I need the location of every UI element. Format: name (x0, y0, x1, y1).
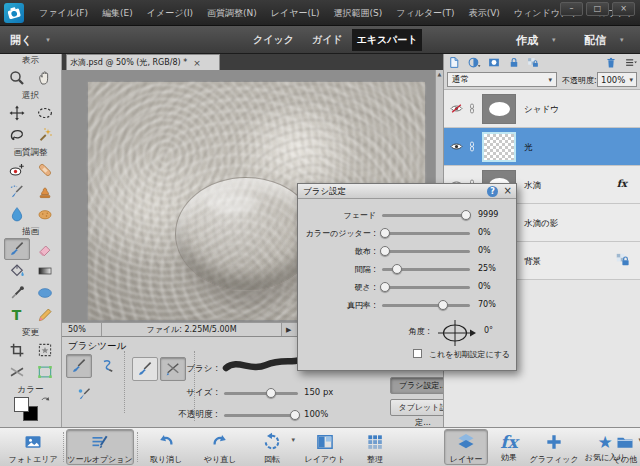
blur-tool[interactable] (4, 203, 30, 225)
hardness-knob[interactable] (380, 282, 390, 292)
create-menu-button[interactable]: 作成 ▾ (516, 26, 556, 54)
fade-slider[interactable] (382, 214, 470, 217)
graphics-button[interactable]: グラフィック (528, 429, 580, 465)
tab-expert-active[interactable]: エキスパート (352, 29, 422, 51)
status-expand-icon[interactable]: ▶ (282, 326, 291, 334)
hue-jitter-knob[interactable] (380, 228, 390, 238)
red-eye-tool[interactable] (4, 159, 30, 181)
new-layer-button[interactable] (444, 55, 464, 70)
menu-filter[interactable]: フィルター(T) (389, 7, 461, 20)
lasso-tool[interactable] (4, 124, 30, 146)
maximize-button[interactable]: □ (586, 2, 609, 16)
zoom-level[interactable]: 50% (62, 323, 102, 337)
menu-view[interactable]: 表示(V) (462, 7, 507, 20)
link-icon[interactable] (466, 139, 478, 154)
brush-tool-selected[interactable] (4, 238, 30, 260)
menu-edit[interactable]: 編集(E) (95, 7, 140, 20)
share-menu-button[interactable]: 配信 ▾ (584, 26, 624, 54)
opacity-slider-knob[interactable] (290, 410, 300, 420)
layer-thumbnail[interactable] (482, 132, 516, 162)
rotate-button[interactable]: 回転 ▾ (250, 429, 294, 465)
help-icon[interactable]: ? (487, 186, 498, 197)
layer-name[interactable]: シャドウ (524, 104, 559, 116)
close-button[interactable]: × (612, 2, 635, 16)
spacing-slider[interactable] (382, 268, 470, 271)
opacity-slider[interactable] (224, 414, 298, 417)
hardness-slider[interactable] (382, 286, 470, 289)
marquee-tool[interactable] (32, 102, 58, 124)
type-tool[interactable]: T (4, 304, 30, 326)
tool-options-button[interactable]: ツールオプション (66, 429, 134, 465)
brush-mode-button[interactable] (132, 357, 158, 381)
pencil-tool[interactable] (32, 304, 58, 326)
brush-settings-dialog[interactable]: ブラシ設定 ? × フェード 9999 カラーのジッター : 0% 散布 : 0… (297, 183, 517, 371)
menu-image[interactable]: イメージ(I) (140, 7, 200, 20)
scroll-up-icon[interactable]: ▲ (438, 71, 442, 77)
lock-all-button[interactable] (504, 55, 524, 70)
crop-tool[interactable] (4, 339, 30, 361)
layer-name[interactable]: 水滴の影 (524, 218, 558, 230)
recompose-tool[interactable] (32, 361, 58, 383)
layout-button[interactable]: レイアウト (300, 429, 350, 465)
menu-file[interactable]: ファイル(F) (32, 7, 95, 20)
eraser-tool[interactable] (32, 238, 58, 260)
undo-button[interactable]: 取り消し (142, 429, 190, 465)
more-button[interactable]: その他 ▾ (608, 429, 640, 465)
organize-button[interactable]: 整理 (356, 429, 394, 465)
eyedropper-tool[interactable] (4, 282, 30, 304)
fade-knob[interactable] (461, 210, 471, 220)
photo-bin-button[interactable]: フォトエリア (6, 429, 60, 465)
scatter-slider[interactable] (382, 250, 470, 253)
paint-bucket-tool[interactable] (4, 260, 30, 282)
move-tool[interactable] (4, 102, 30, 124)
tab-quick[interactable]: クイック (253, 26, 294, 54)
hand-tool[interactable] (32, 67, 58, 89)
layer-row-shadow[interactable]: シャドウ (444, 90, 640, 128)
healing-brush-tool[interactable] (32, 159, 58, 181)
foreground-color-swatch[interactable] (14, 397, 29, 412)
layer-fx-badge[interactable]: fx (617, 178, 627, 189)
visibility-on-icon[interactable] (448, 140, 465, 153)
redo-button[interactable]: やり直し (196, 429, 244, 465)
spacing-knob[interactable] (392, 264, 402, 274)
document-tab[interactable]: 水滴.psd @ 50% (光, RGB/8) * × (66, 54, 220, 70)
straighten-tool[interactable] (4, 361, 30, 383)
impressionist-brush-button[interactable] (94, 354, 120, 378)
tab-guided[interactable]: ガイド (312, 26, 343, 54)
visibility-off-icon[interactable] (448, 102, 465, 115)
sponge-tool[interactable] (32, 203, 58, 225)
menu-enhance[interactable]: 画質調整(N) (200, 7, 264, 20)
layer-row-light-selected[interactable]: 光 (444, 128, 640, 166)
brush-variant-button[interactable] (66, 354, 92, 378)
zoom-tool[interactable] (4, 67, 30, 89)
layer-name[interactable]: 背景 (524, 256, 541, 268)
delete-layer-button[interactable] (601, 55, 621, 70)
menu-select[interactable]: 選択範囲(S) (327, 7, 390, 20)
brush-stroke-preview[interactable] (222, 354, 302, 376)
open-menu-button[interactable]: 開く ▾ (10, 26, 50, 54)
hue-jitter-slider[interactable] (382, 232, 470, 235)
blend-mode-select[interactable]: 通常 ▾ (447, 72, 557, 87)
add-layer-mask-button[interactable] (484, 55, 504, 70)
angle-dial[interactable] (436, 318, 478, 348)
tab-close-icon[interactable]: × (190, 58, 204, 68)
roundness-knob[interactable] (438, 300, 448, 310)
magic-wand-tool[interactable] (32, 124, 58, 146)
layer-thumbnail[interactable] (482, 94, 516, 124)
color-replacement-brush-button[interactable] (72, 382, 98, 406)
layer-name[interactable]: 水滴 (524, 180, 541, 192)
chevron-down-icon[interactable]: ▾ (291, 436, 295, 444)
set-default-checkbox[interactable] (413, 349, 422, 358)
close-icon[interactable]: × (504, 185, 512, 196)
size-slider[interactable] (224, 392, 298, 395)
panel-menu-button[interactable] (621, 55, 640, 70)
swap-colors-icon[interactable] (40, 396, 52, 406)
gradient-tool[interactable] (32, 260, 58, 282)
roundness-slider[interactable] (382, 304, 470, 307)
smart-brush-tool[interactable] (4, 181, 30, 203)
link-icon[interactable] (466, 101, 478, 116)
layer-name[interactable]: 光 (524, 142, 533, 154)
size-slider-knob[interactable] (266, 388, 276, 398)
menu-layer[interactable]: レイヤー(L) (264, 7, 327, 20)
cookie-cutter-tool[interactable] (32, 339, 58, 361)
